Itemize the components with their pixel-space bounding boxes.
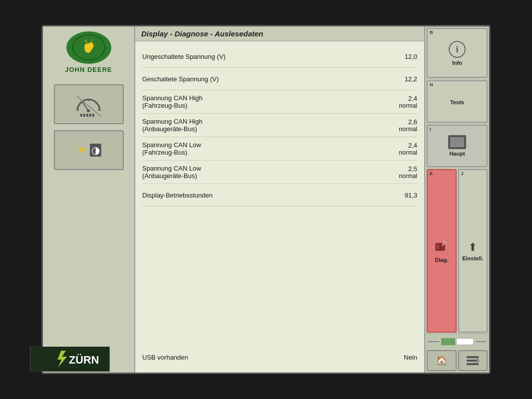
- arrow-up-icon: ⬆: [468, 241, 477, 254]
- status-line-right: [476, 341, 487, 342]
- diag-label: Diag.: [435, 257, 448, 263]
- list-icon: [466, 354, 480, 368]
- row-value-1: 12,2: [377, 75, 417, 83]
- page-title: Display - Diagnose - Auslesedaten: [135, 26, 424, 41]
- h-label: H: [430, 82, 433, 87]
- row-label-5: Spannung CAN Low (Anbaugeräte-Bus): [142, 165, 377, 180]
- diag-button[interactable]: E Diag.: [427, 169, 457, 333]
- list-button[interactable]: [458, 350, 488, 371]
- table-row: Spannung CAN High (Anbaugeräte-Bus) 2,6 …: [142, 114, 417, 137]
- table-row: Ungeschaltete Spannung (V) 12,0: [142, 45, 417, 68]
- row-value-2: 2,4 normal: [377, 95, 417, 109]
- gauge-button[interactable]: [54, 84, 124, 124]
- logo-area: JOHN DEERE: [65, 31, 112, 73]
- tests-label: Tests: [450, 99, 464, 105]
- info-icon: i: [448, 40, 466, 58]
- i-label: I: [430, 127, 431, 132]
- haupt-label: Haupt: [449, 151, 465, 157]
- svg-text:ZÜRN: ZÜRN: [69, 354, 99, 366]
- table-row: Spannung CAN Low (Anbaugeräte-Bus) 2,5 n…: [142, 161, 417, 184]
- table-row: USB vorhanden Nein: [142, 346, 417, 369]
- home-icon: 🏠: [436, 355, 447, 366]
- row-label-4: Spannung CAN Low (Fahrzeug-Bus): [142, 141, 377, 156]
- status-line-left: [428, 341, 439, 342]
- zurn-logo-svg: ZÜRN: [30, 347, 109, 372]
- row-value-3: 2,6 normal: [377, 118, 417, 133]
- zurn-logo: ZÜRN: [30, 347, 110, 372]
- row-value-6: 91,3: [377, 192, 417, 199]
- brand-name: JOHN DEERE: [65, 66, 112, 73]
- svg-rect-10: [86, 114, 88, 117]
- diag-icon: [434, 239, 450, 255]
- svg-rect-11: [89, 114, 91, 117]
- svg-rect-12: [92, 114, 94, 117]
- haupt-button[interactable]: I Haupt: [427, 125, 488, 167]
- j-label: J: [461, 171, 464, 176]
- status-white: [456, 338, 474, 345]
- info-button[interactable]: B i Info: [427, 28, 488, 78]
- status-bar: [425, 334, 489, 349]
- svg-text:i: i: [456, 44, 458, 54]
- row-label-7: USB vorhanden: [142, 354, 377, 361]
- row-value-7: Nein: [377, 354, 417, 361]
- e-label: E: [430, 171, 433, 176]
- svg-rect-8: [80, 114, 82, 117]
- table-row: Display-Betriebsstunden 91,3: [142, 184, 417, 206]
- row-label-2: Spannung CAN High (Fahrzeug-Bus): [142, 94, 377, 109]
- status-bar-container: [441, 338, 474, 345]
- tests-button[interactable]: H Tests: [427, 80, 488, 123]
- status-green: [441, 338, 455, 345]
- brightness-button[interactable]: ☀ ◑: [54, 130, 124, 170]
- home-button[interactable]: 🏠: [427, 350, 457, 371]
- svg-rect-9: [83, 114, 85, 117]
- svg-point-2: [87, 109, 90, 112]
- table-row: Geschaltete Spannung (V) 12,2: [142, 68, 417, 90]
- data-area: Ungeschaltete Spannung (V) 12,0 Geschalt…: [135, 41, 424, 373]
- table-row: Spannung CAN Low (Fahrzeug-Bus) 2,4 norm…: [142, 137, 417, 161]
- table-row: Spannung CAN High (Fahrzeug-Bus) 2,4 nor…: [142, 90, 417, 114]
- right-panel: B i Info H Tests I Haupt E: [424, 26, 489, 373]
- brightness-icon: ☀ ◑: [76, 143, 101, 158]
- einstell-label: Einstell.: [462, 255, 483, 261]
- row-label-6: Display-Betriebsstunden: [142, 192, 377, 199]
- sidebar: JOHN DEERE: [43, 26, 135, 373]
- home-row: 🏠: [425, 349, 489, 373]
- no-gauge-icon: [72, 91, 105, 118]
- row-label-3: Spannung CAN High (Anbaugeräte-Bus): [142, 118, 377, 133]
- info-label: Info: [452, 60, 462, 66]
- einstell-button[interactable]: J ⬆ Einstell.: [458, 169, 488, 333]
- row-label-1: Geschaltete Spannung (V): [142, 75, 377, 83]
- row-label-0: Ungeschaltete Spannung (V): [142, 53, 377, 60]
- monitor-icon: [448, 135, 466, 149]
- b-label: B: [430, 30, 433, 35]
- svg-marker-25: [477, 357, 480, 364]
- row-value-4: 2,4 normal: [377, 142, 417, 156]
- john-deere-logo: [66, 31, 111, 64]
- row-value-0: 12,0: [377, 53, 417, 60]
- row-value-5: 2,5 normal: [377, 165, 417, 180]
- bottom-buttons: E Diag. J ⬆ Einstell.: [427, 169, 488, 333]
- main-content: Display - Diagnose - Auslesedaten Ungesc…: [135, 26, 424, 373]
